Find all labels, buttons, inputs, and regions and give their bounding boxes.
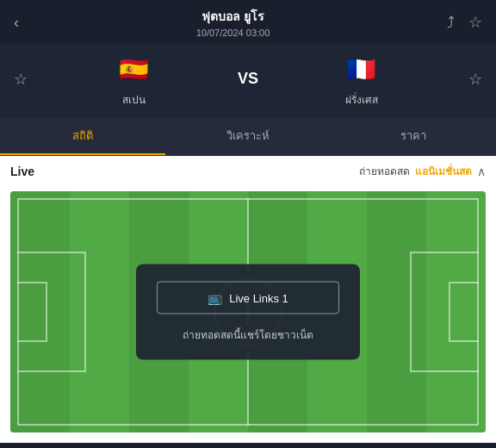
back-button[interactable]: ‹ [10, 10, 22, 35]
star-team2-icon[interactable]: ☆ [468, 70, 482, 89]
header-title: ฟุตบอล ยูโร [22, 7, 443, 26]
pitch-container: 📺 Live Links 1 ถ่ายทอดสดนี้แชร์โดยชาวเน็… [0, 186, 496, 443]
tabs-container: สถิติ วิเคราะห์ ราคา [0, 118, 496, 156]
team1: 🇪🇸 สเปน [100, 50, 169, 108]
team2-name: ฝรั่งเศส [345, 91, 378, 108]
chevron-up-icon[interactable]: ∧ [477, 165, 486, 178]
match-row: ☆ 🇪🇸 สเปน VS 🇫🇷 ฝรั่งเศส ☆ [0, 43, 496, 118]
broadcast-label: ถ่ายทอดสด [359, 163, 410, 179]
live-links-button[interactable]: 📺 Live Links 1 [157, 282, 339, 314]
header-date: 10/07/2024 03:00 [22, 28, 443, 38]
tab-analysis[interactable]: วิเคราะห์ [165, 118, 331, 155]
live-links-label: Live Links 1 [229, 291, 288, 304]
star-header-icon[interactable]: ☆ [465, 9, 486, 35]
goal-area-left [17, 282, 47, 342]
team2: 🇫🇷 ฝรั่งเศส [327, 50, 396, 108]
football-pitch: 📺 Live Links 1 ถ่ายทอดสดนี้แชร์โดยชาวเน็… [10, 191, 486, 432]
goal-area-right [449, 282, 479, 342]
live-right: ถ่ายทอดสด แอนิเมชั่นสด ∧ [359, 163, 486, 179]
tab-odds[interactable]: ราคา [331, 118, 496, 155]
share-icon[interactable]: ⤴ [443, 10, 458, 35]
team1-flag: 🇪🇸 [115, 50, 153, 88]
team2-flag: 🇫🇷 [343, 50, 381, 88]
live-label: Live [10, 165, 34, 178]
star-team1-icon[interactable]: ☆ [14, 70, 28, 89]
vs-label: VS [238, 70, 258, 88]
tv-icon: 📺 [208, 291, 222, 305]
highlight-label: แอนิเมชั่นสด [415, 163, 472, 179]
live-section-header: Live ถ่ายทอดสด แอนิเมชั่นสด ∧ [0, 156, 496, 186]
header: ‹ ฟุตบอล ยูโร 10/07/2024 03:00 ⤴ ☆ [0, 0, 496, 43]
overlay-description: ถ่ายทอดสดนี้แชร์โดยชาวเน็ต [157, 327, 339, 343]
team1-name: สเปน [122, 91, 146, 108]
tab-stats[interactable]: สถิติ [0, 118, 165, 155]
overlay-panel: 📺 Live Links 1 ถ่ายทอดสดนี้แชร์โดยชาวเน็… [136, 264, 360, 360]
header-center: ฟุตบอล ยูโร 10/07/2024 03:00 [22, 7, 443, 38]
